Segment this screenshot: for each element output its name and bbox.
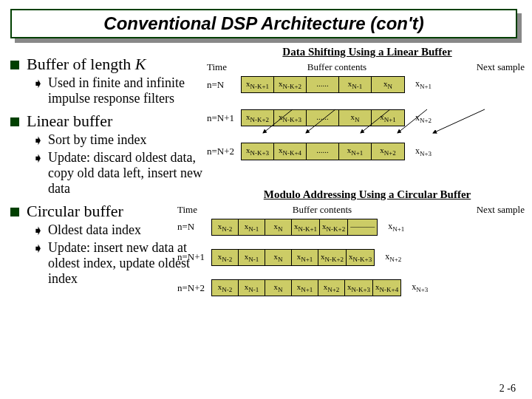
bullet-buffer-length: Buffer of length K xyxy=(10,55,210,74)
sub-item: ➧ Sort by time index xyxy=(33,132,210,149)
buffer-cell: xN-K+2 xyxy=(320,219,348,235)
square-bullet-icon xyxy=(10,208,19,216)
buffer-cell: xN-K+1 xyxy=(292,219,320,235)
page-number: 2 -6 xyxy=(499,383,516,395)
buffer-cell: xN-K+2 xyxy=(274,77,307,92)
linear-section-title: Data Shifting Using a Linear Buffer xyxy=(207,46,528,58)
sub-text: Used in finite and infinite impulse resp… xyxy=(48,75,210,106)
buffer-cell: ——— xyxy=(348,219,377,235)
arrow-bullet-icon: ➧ xyxy=(33,222,44,239)
header-time: Time xyxy=(177,204,211,216)
arrow-bullet-icon: ➧ xyxy=(33,132,44,149)
arrow-bullet-icon: ➧ xyxy=(33,75,44,106)
header-time: Time xyxy=(207,61,241,73)
bullet-text: Circular buffer xyxy=(27,202,123,221)
buffer-row: n=NxN-2xN-1xNxN-K+1xN-K+2———xN+1 xyxy=(177,219,528,236)
header-buffer: Buffer contents xyxy=(211,204,433,216)
header-next: Next sample xyxy=(433,61,528,73)
time-label: n=N xyxy=(177,221,211,233)
buffer-cell: xN-K+1 xyxy=(242,77,274,92)
next-sample: xN+1 xyxy=(388,221,404,233)
buffer-cell: xN xyxy=(265,280,292,296)
header-buffer: Buffer contents xyxy=(241,61,433,73)
sub-text: Oldest data index xyxy=(48,222,141,239)
time-label: n=N xyxy=(207,79,241,91)
buffer-cell: xN-2 xyxy=(212,219,239,235)
linear-header: Time Buffer contents Next sample xyxy=(207,61,528,73)
buffer-cell: xN xyxy=(265,250,292,265)
bullet-text: Buffer of length K xyxy=(27,55,146,74)
square-bullet-icon xyxy=(10,117,19,126)
svg-line-2 xyxy=(361,109,390,133)
square-bullet-icon xyxy=(10,61,19,69)
buffer-cell: xN-1 xyxy=(239,280,265,296)
sub-text: Sort by time index xyxy=(48,132,147,149)
buffer-cell: xN-K+2 xyxy=(318,250,347,265)
buffer-row: n=N+1xN-2xN-1xNxN+1xN-K+2xN-K+3xN+2 xyxy=(177,249,528,266)
arrow-bullet-icon: ➧ xyxy=(33,150,44,196)
bullet-linear-buffer: Linear buffer xyxy=(10,112,210,131)
buffer-cell: xN-1 xyxy=(339,77,372,92)
buffer-row: n=NxN-K+1xN-K+2......xN-1xNxN+1 xyxy=(207,76,528,93)
buffer-cell: xN xyxy=(372,77,404,92)
buffer-cell: xN-2 xyxy=(212,280,239,296)
title-bar: Conventional DSP Architecture (con't) xyxy=(10,9,517,38)
buffer-cells: xN-2xN-1xNxN+1xN+2xN-K+3xN-K+4 xyxy=(211,279,401,296)
buffer-cells: xN-K+1xN-K+2......xN-1xN xyxy=(241,76,405,93)
circular-header: Time Buffer contents Next sample xyxy=(177,204,528,216)
bullet-text: Linear buffer xyxy=(27,112,112,131)
buffer-cell: xN-1 xyxy=(239,250,265,265)
circular-rows: n=NxN-2xN-1xNxN-K+1xN-K+2———xN+1n=N+1xN-… xyxy=(177,219,528,307)
buffer-cell: xN xyxy=(265,219,292,235)
buffer-cell: xN+1 xyxy=(292,250,318,265)
arrow-bullet-icon: ➧ xyxy=(33,240,44,286)
buffer-cell: xN+1 xyxy=(292,280,318,296)
svg-line-0 xyxy=(263,109,293,133)
shift-arrow-icon xyxy=(241,92,522,188)
time-label: n=N+1 xyxy=(177,251,211,263)
time-label: n=N+1 xyxy=(207,112,241,124)
time-label: n=N+2 xyxy=(207,146,241,157)
buffer-cells: xN-2xN-1xNxN+1xN-K+2xN-K+3 xyxy=(211,249,375,266)
time-label: n=N+2 xyxy=(177,282,211,294)
slide-title: Conventional DSP Architecture (con't) xyxy=(103,13,423,34)
next-sample: xN+1 xyxy=(415,78,432,90)
svg-line-4 xyxy=(433,109,485,133)
buffer-cell: xN+2 xyxy=(318,280,345,296)
buffer-cell: xN-K+4 xyxy=(373,280,400,296)
buffer-cell: xN-1 xyxy=(239,219,265,235)
buffer-row: n=N+2xN-2xN-1xNxN+1xN+2xN-K+3xN-K+4xN+3 xyxy=(177,279,528,296)
buffer-cells: xN-2xN-1xNxN-K+1xN-K+2——— xyxy=(211,219,378,236)
buffer-cell: xN-K+3 xyxy=(345,280,373,296)
sub-text: Update: discard oldest data, copy old da… xyxy=(48,150,210,196)
buffer-cell: xN-K+3 xyxy=(347,250,374,265)
sub-item: ➧ Update: discard oldest data, copy old … xyxy=(33,150,210,196)
sub-item: ➧ Used in finite and infinite impulse re… xyxy=(33,75,210,106)
next-sample: xN+2 xyxy=(385,251,401,263)
circular-section-title: Modulo Addressing Using a Circular Buffe… xyxy=(207,188,528,201)
buffer-cell: ...... xyxy=(307,77,339,92)
svg-line-1 xyxy=(306,109,335,133)
next-sample: xN+3 xyxy=(412,282,428,293)
buffer-cell: xN-2 xyxy=(212,250,239,265)
svg-line-3 xyxy=(398,109,427,133)
header-next: Next sample xyxy=(433,204,528,216)
